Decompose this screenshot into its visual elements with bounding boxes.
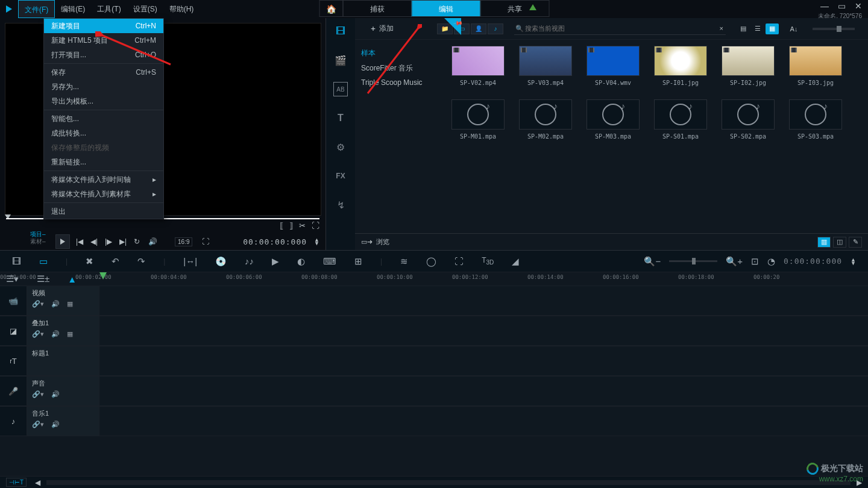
view-list-icon[interactable]: ▤ — [737, 23, 750, 34]
menu-file[interactable]: 文件(F) — [18, 0, 55, 18]
link-icon[interactable]: 🔗▾ — [32, 421, 44, 428]
track-overlay-icon[interactable]: ◪ — [0, 316, 27, 345]
mute-icon[interactable]: 🔊 — [51, 300, 60, 308]
timeline-icon[interactable]: ▭ — [39, 256, 48, 267]
track-title-icon[interactable]: rT — [0, 346, 27, 375]
audio-thumb[interactable]: SP-M02.mpa — [519, 99, 572, 140]
zoom-slider[interactable] — [669, 260, 717, 262]
marker-icon[interactable]: |↔| — [183, 256, 197, 266]
track-voice-icon[interactable]: 🎤 — [0, 377, 27, 405]
auto-music-icon[interactable]: ▶ — [272, 256, 279, 267]
tools-icon[interactable]: ✖ — [86, 256, 93, 267]
menu-insert-library[interactable]: 将媒体文件插入到素材库 — [44, 187, 163, 201]
mute-icon[interactable]: 🔊 — [51, 330, 60, 338]
link-icon[interactable]: 🔗▾ — [32, 300, 44, 308]
menu-save-as[interactable]: 另存为... — [44, 80, 163, 94]
library-search[interactable]: × — [514, 23, 726, 35]
tab-share[interactable]: 共享 — [480, 0, 550, 17]
search-input[interactable] — [514, 25, 726, 32]
media-thumb[interactable]: SP-V04.wmv — [587, 46, 640, 86]
loop-icon[interactable]: ↻ — [134, 237, 142, 246]
track-music-lane[interactable] — [99, 407, 868, 436]
mark-in-icon[interactable]: ⟦ — [280, 221, 283, 230]
browse-label[interactable]: 浏览 — [376, 237, 389, 246]
sidebar-media-icon[interactable]: 🎞 — [333, 24, 348, 39]
ripple-icon[interactable]: ◐ — [297, 256, 305, 267]
zoom-out-icon[interactable]: 🔍− — [644, 256, 661, 267]
track-add-icon[interactable]: ☰± — [37, 274, 49, 284]
track-overlay-lane[interactable] — [99, 316, 868, 345]
preview-timecode[interactable]: 00:00:00:000 — [243, 237, 307, 246]
filter-photo-icon[interactable]: 👤 — [471, 23, 486, 34]
panel-layout-2[interactable]: ◫ — [833, 237, 846, 248]
tracking-icon[interactable]: ◯ — [426, 256, 436, 267]
menu-edit[interactable]: 编辑(E) — [55, 0, 91, 18]
play-button[interactable] — [55, 234, 70, 249]
fx-grid-icon[interactable]: ▦ — [67, 300, 73, 308]
menu-insert-timeline[interactable]: 将媒体文件插入到时间轴 — [44, 172, 163, 187]
media-thumb[interactable]: SP-V02.mp4 — [451, 46, 505, 86]
grid-icon[interactable]: ⊞ — [354, 256, 362, 267]
3d-title-icon[interactable]: T3D — [482, 256, 494, 266]
track-voice-lane[interactable] — [99, 377, 868, 405]
tab-capture[interactable]: 捕获 — [343, 0, 412, 17]
fx-grid-icon[interactable]: ▦ — [67, 330, 73, 338]
link-icon[interactable]: 🔗▾ — [32, 330, 44, 338]
audio-thumb[interactable]: SP-S03.mpa — [789, 99, 842, 140]
storyboard-icon[interactable]: 🎞 — [12, 256, 21, 266]
sidebar-path-icon[interactable]: ↯ — [333, 198, 348, 212]
caption-icon[interactable]: ⌨ — [323, 256, 336, 267]
track-video-icon[interactable]: 📹 — [0, 286, 27, 315]
mute-icon[interactable]: 🔊 — [51, 390, 60, 398]
menu-help[interactable]: 帮助(H) — [163, 0, 200, 18]
media-thumb[interactable]: SP-I02.jpg — [722, 46, 775, 86]
track-music-icon[interactable]: ♪ — [0, 407, 27, 436]
sidebar-fx-icon[interactable]: FX — [333, 169, 348, 183]
panel-edit-icon[interactable]: ✎ — [849, 237, 862, 248]
view-grid-icon[interactable]: ▦ — [766, 23, 779, 34]
audio-thumb[interactable]: SP-S02.mpa — [722, 99, 775, 140]
tab-home[interactable]: 🏠 — [319, 0, 344, 17]
media-thumb[interactable]: SP-V03.mp4 — [519, 46, 572, 86]
multicam-icon[interactable]: ⛶ — [454, 256, 464, 266]
upload-icon[interactable] — [529, 4, 536, 10]
next-frame-icon[interactable]: |▶ — [105, 237, 113, 246]
track-video-lane[interactable] — [99, 286, 868, 315]
timeline-scrollbar[interactable] — [46, 480, 851, 485]
prev-frame-icon[interactable]: ◀| — [90, 237, 99, 246]
menu-relink[interactable]: 重新链接... — [44, 155, 163, 169]
menu-smart-pack[interactable]: 智能包... — [44, 111, 163, 126]
sidebar-graphics-icon[interactable]: ⚙ — [333, 140, 348, 154]
goto-end-icon[interactable]: ▶| — [119, 237, 128, 246]
menu-export-template[interactable]: 导出为模板... — [44, 94, 163, 108]
tab-edit[interactable]: 编辑 — [412, 0, 481, 17]
motion-icon[interactable]: ≋ — [400, 256, 408, 267]
close-button[interactable]: ✕ — [855, 1, 862, 11]
media-thumb[interactable]: SP-I01.jpg — [654, 46, 707, 86]
aspect-ratio[interactable]: 16:9 — [175, 237, 192, 246]
timeline-ruler[interactable]: ☰▾ ☰± ▲ 00:00:00:0000:00:02:0000:00:04:0… — [0, 272, 868, 286]
menu-batch-convert[interactable]: 成批转换... — [44, 126, 163, 140]
sort-icon[interactable]: A↓ — [787, 23, 800, 34]
sidebar-transition-icon[interactable]: 🎬 — [333, 53, 348, 67]
thumbnail-size-slider[interactable] — [813, 28, 855, 30]
scroll-mode-icon[interactable]: ⊣⊢T — [6, 478, 27, 487]
mask-icon[interactable]: ◢ — [512, 256, 519, 267]
sidebar-text-icon[interactable]: T — [333, 111, 348, 125]
scissors-icon[interactable]: ✂ — [299, 221, 306, 230]
goto-start-icon[interactable]: |◀ — [76, 237, 84, 246]
audio-thumb[interactable]: SP-M03.mpa — [587, 99, 640, 140]
timecode-step-icon[interactable]: ▲▼ — [314, 238, 319, 245]
minimize-button[interactable]: — — [820, 1, 829, 11]
menu-exit[interactable]: 退出 — [44, 204, 163, 219]
disc-icon[interactable]: 💿 — [215, 256, 227, 267]
tc-step-icon[interactable]: ▲▼ — [851, 258, 856, 265]
fullscreen-icon[interactable]: ⛶ — [202, 237, 209, 246]
scroll-left-icon[interactable]: ◀ — [35, 478, 40, 487]
duration-icon[interactable]: ◔ — [767, 256, 775, 267]
view-details-icon[interactable]: ☰ — [751, 23, 764, 34]
filter-audio-icon[interactable]: ♪ — [488, 23, 503, 34]
clear-search-icon[interactable]: × — [720, 25, 723, 32]
browse-icon[interactable]: ▭➜ — [361, 238, 373, 246]
audio-mix-icon[interactable]: ♪♪ — [245, 256, 254, 266]
